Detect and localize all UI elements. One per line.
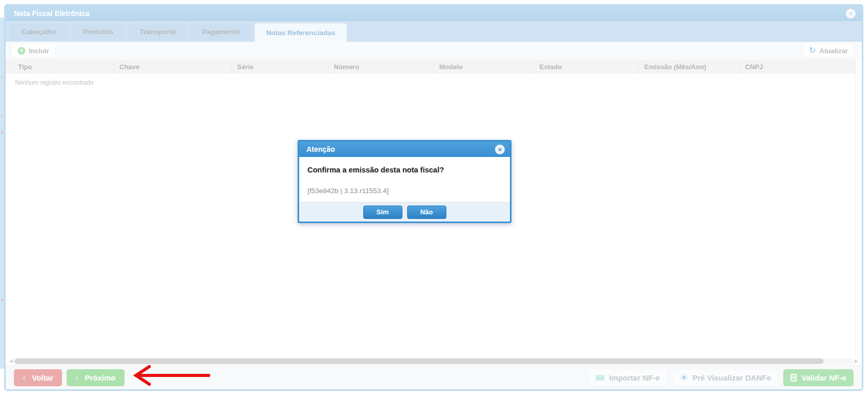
dialog-title: Atenção [306,145,335,153]
sim-button[interactable]: Sim [363,206,402,219]
confirmation-dialog: Atenção × Confirma a emissão desta nota … [298,140,512,223]
dialog-titlebar: Atenção × [299,141,510,157]
dialog-footer: Sim Não [299,202,510,222]
nao-button[interactable]: Não [407,206,446,219]
sim-label: Sim [377,208,389,216]
dialog-close-icon[interactable]: × [495,145,505,154]
annotation-arrow [131,364,212,387]
dialog-body: Confirma a emissão desta nota fiscal? [f… [299,157,510,202]
dialog-version-info: [f53e842b | 3.13.r11553.4] [307,187,502,195]
dialog-message: Confirma a emissão desta nota fiscal? [307,166,502,174]
nao-label: Não [420,208,433,216]
